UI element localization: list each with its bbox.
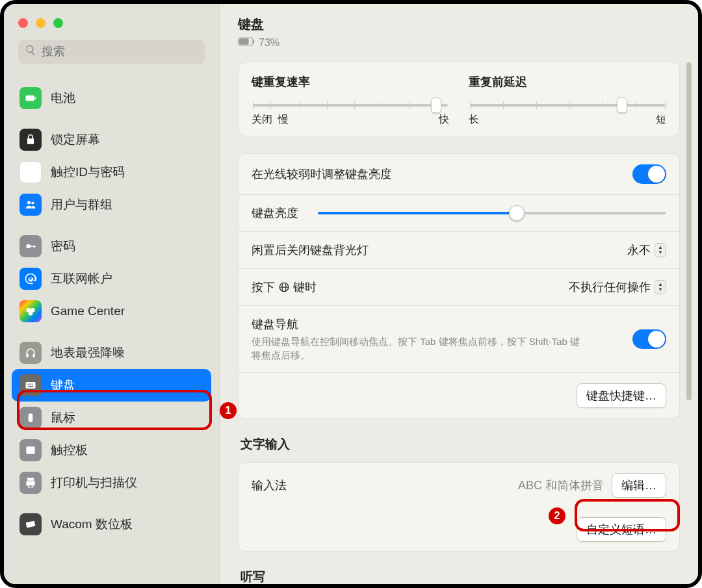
brightness-slider[interactable] bbox=[318, 205, 666, 221]
svg-rect-19 bbox=[239, 38, 249, 44]
backlight-off-select[interactable]: 永不 ▲▼ bbox=[627, 242, 666, 258]
panel-keyboard-settings: 在光线较弱时调整键盘亮度 键盘亮度 闲置后关闭键盘背光灯 永不 ▲▼ bbox=[238, 153, 680, 419]
sidebar-item-label: 鼠标 bbox=[51, 409, 75, 426]
sidebar-item-printers[interactable]: 打印机与扫描仪 bbox=[12, 467, 211, 499]
globe-key-label: 按下 键时 bbox=[252, 279, 317, 295]
dictation-title: 听写 bbox=[240, 569, 680, 584]
sidebar: 电池 锁定屏幕 触控ID与密码 用户与群组 bbox=[4, 4, 220, 584]
backlight-off-label: 闲置后关闭键盘背光灯 bbox=[252, 242, 369, 258]
input-method-label: 输入法 bbox=[252, 478, 287, 493]
svg-rect-17 bbox=[26, 521, 36, 528]
keyboard-nav-label: 键盘导航 bbox=[252, 316, 590, 332]
battery-icon bbox=[238, 37, 255, 49]
close-icon[interactable] bbox=[18, 18, 28, 28]
sidebar-item-trackpad[interactable]: 触控板 bbox=[12, 434, 211, 467]
sidebar-item-label: 密码 bbox=[51, 238, 75, 255]
tablet-icon bbox=[20, 513, 42, 535]
sidebar-item-gamecenter[interactable]: Game Center bbox=[12, 295, 211, 327]
sidebar-item-wacom[interactable]: Wacom 数位板 bbox=[12, 508, 211, 541]
globe-key-select[interactable]: 不执行任何操作 ▲▼ bbox=[569, 279, 666, 295]
keyboard-shortcuts-button[interactable]: 键盘快捷键… bbox=[577, 383, 666, 408]
search-input[interactable] bbox=[42, 45, 198, 58]
svg-rect-14 bbox=[28, 386, 33, 387]
sidebar-item-lockscreen[interactable]: 锁定屏幕 bbox=[12, 123, 211, 156]
sidebar-item-label: 用户与群组 bbox=[51, 196, 112, 213]
sidebar-item-keyboard[interactable]: 键盘 bbox=[12, 369, 211, 402]
battery-percent: 73% bbox=[259, 37, 280, 49]
text-input-title: 文字输入 bbox=[240, 436, 680, 453]
svg-point-3 bbox=[31, 201, 34, 204]
adjust-brightness-toggle[interactable] bbox=[632, 164, 666, 184]
svg-point-2 bbox=[27, 201, 31, 204]
sidebar-item-label: 电池 bbox=[51, 90, 75, 107]
input-method-edit-button[interactable]: 编辑… bbox=[612, 473, 666, 498]
panel-text-input: 输入法 ABC 和简体拼音 编辑… 自定义短语… bbox=[238, 462, 680, 552]
annotation-badge-2: 2 bbox=[549, 507, 566, 524]
delay-slider[interactable] bbox=[470, 104, 665, 107]
svg-rect-16 bbox=[26, 446, 34, 454]
globe-icon bbox=[278, 281, 290, 293]
svg-rect-0 bbox=[26, 96, 34, 101]
window-controls bbox=[4, 13, 219, 40]
sidebar-item-label: 触控板 bbox=[51, 442, 88, 459]
settings-window: 电池 锁定屏幕 触控ID与密码 用户与群组 bbox=[4, 4, 698, 584]
stepper-icon: ▲▼ bbox=[655, 243, 666, 257]
sidebar-item-touchid[interactable]: 触控ID与密码 bbox=[12, 156, 211, 188]
repeat-rate-slider[interactable] bbox=[253, 104, 448, 107]
at-icon bbox=[20, 268, 42, 290]
sidebar-item-label: Wacom 数位板 bbox=[51, 516, 133, 533]
annotation-badge-1: 1 bbox=[220, 402, 237, 419]
page-title: 键盘 bbox=[238, 16, 264, 33]
sidebar-item-label: 触控ID与密码 bbox=[51, 164, 125, 181]
sidebar-item-label: 键盘 bbox=[51, 377, 75, 394]
battery-status: 73% bbox=[238, 37, 680, 49]
input-method-value: ABC 和简体拼音 bbox=[518, 478, 604, 493]
svg-rect-10 bbox=[26, 382, 36, 389]
printer-icon bbox=[20, 472, 42, 494]
delay-label: 重复前延迟 bbox=[469, 74, 666, 90]
svg-rect-12 bbox=[29, 384, 31, 385]
search-box[interactable] bbox=[18, 40, 205, 64]
sidebar-item-battery[interactable]: 电池 bbox=[12, 82, 211, 114]
sidebar-item-label: 互联网帐户 bbox=[51, 270, 112, 287]
sidebar-item-internet[interactable]: 互联网帐户 bbox=[12, 262, 211, 295]
stepper-icon: ▲▼ bbox=[655, 280, 666, 294]
brightness-label: 键盘亮度 bbox=[252, 205, 298, 221]
sidebar-item-noise[interactable]: 地表最强降噪 bbox=[12, 337, 211, 369]
sidebar-item-label: 锁定屏幕 bbox=[51, 131, 100, 148]
search-icon bbox=[25, 44, 36, 59]
lock-icon bbox=[20, 129, 42, 151]
mouse-icon bbox=[20, 407, 42, 429]
svg-rect-11 bbox=[27, 384, 29, 385]
gamecenter-icon bbox=[20, 300, 42, 322]
fingerprint-icon bbox=[20, 161, 42, 183]
sidebar-item-passwords[interactable]: 密码 bbox=[12, 230, 211, 262]
minimize-icon[interactable] bbox=[36, 18, 46, 28]
repeat-rate-label: 键重复速率 bbox=[252, 74, 449, 90]
zoom-icon[interactable] bbox=[53, 18, 63, 28]
headphones-icon bbox=[20, 342, 42, 364]
main-pane: 键盘 73% 键重复速率 bbox=[220, 4, 698, 584]
svg-rect-6 bbox=[34, 246, 35, 248]
key-icon bbox=[20, 235, 42, 257]
sidebar-item-label: 打印机与扫描仪 bbox=[51, 474, 137, 491]
svg-rect-20 bbox=[253, 40, 254, 44]
sidebar-nav: 电池 锁定屏幕 触控ID与密码 用户与群组 bbox=[4, 73, 219, 584]
sidebar-item-label: Game Center bbox=[51, 304, 125, 318]
svg-point-4 bbox=[26, 244, 31, 249]
svg-rect-13 bbox=[32, 384, 33, 385]
svg-rect-1 bbox=[35, 97, 36, 99]
sidebar-item-mouse[interactable]: 鼠标 bbox=[12, 402, 211, 434]
adjust-brightness-label: 在光线较弱时调整键盘亮度 bbox=[252, 166, 392, 182]
svg-point-9 bbox=[29, 311, 33, 316]
users-icon bbox=[20, 194, 42, 216]
trackpad-icon bbox=[20, 439, 42, 461]
keyboard-icon bbox=[20, 374, 42, 396]
panel-repeat: 键重复速率 关闭 慢 快 bbox=[238, 62, 680, 136]
sidebar-item-label: 地表最强降噪 bbox=[51, 344, 125, 361]
scrollbar[interactable] bbox=[686, 62, 692, 400]
custom-phrases-button[interactable]: 自定义短语… bbox=[577, 517, 666, 542]
sidebar-item-users[interactable]: 用户与群组 bbox=[12, 188, 211, 221]
keyboard-nav-desc: 使用键盘导航在控制间移动焦点。按下 Tab 键将焦点前移，按下 Shift-Ta… bbox=[252, 335, 590, 362]
keyboard-nav-toggle[interactable] bbox=[632, 329, 666, 349]
